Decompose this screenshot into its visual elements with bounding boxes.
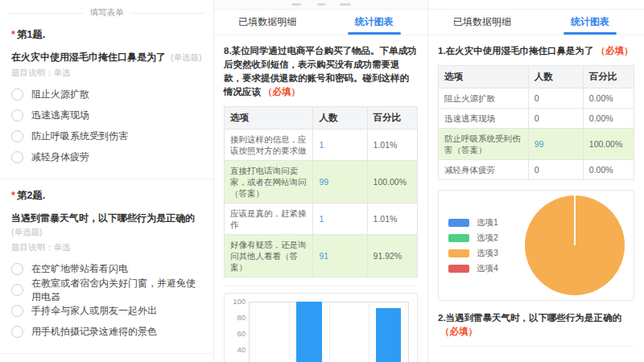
table-row: 好像有疑惑，还是询问其他人看看（答案）9191.92% xyxy=(225,235,418,278)
percent-cell: 91.92% xyxy=(367,235,417,278)
radio-icon[interactable] xyxy=(11,263,23,275)
question-title: 当遇到雷暴天气时，以下哪些行为是正确的 (单选题) xyxy=(11,212,202,239)
radio-icon[interactable] xyxy=(11,305,23,317)
percent-cell: 1.01% xyxy=(367,204,417,235)
radio-icon[interactable] xyxy=(11,284,23,296)
y-tick-label: 60 xyxy=(237,330,246,338)
table-header-cell: 百分比 xyxy=(583,66,634,88)
legend-item[interactable]: 选项1 xyxy=(448,217,519,228)
header-divider-line xyxy=(8,13,84,14)
count-link[interactable]: 99 xyxy=(319,177,328,187)
count-cell: 0 xyxy=(528,109,583,129)
tab-statistics[interactable]: 统计图表 xyxy=(321,10,428,35)
gridline xyxy=(289,302,290,362)
radio-option[interactable]: 迅速逃离现场 xyxy=(11,107,202,124)
tabbar: 已填数据明细 统计图表 xyxy=(428,10,644,35)
question-divider xyxy=(0,179,213,179)
stats-panel-q8: 已填数据明细 统计图表 8.某位同学通过电商平台购买了物品。下单成功后突然收到短… xyxy=(214,0,428,362)
bar-chart-area: 020406080100 xyxy=(229,302,409,362)
radio-option[interactable]: 手持伞与家人或朋友一起外出 xyxy=(11,302,202,319)
tab-statistics[interactable]: 统计图表 xyxy=(536,10,644,35)
question-title-next: 2.当遇到雷暴天气时，以下哪些行为是正确的（必填） xyxy=(438,311,634,339)
table-row: 迅速逃离现场00.00% xyxy=(439,109,634,129)
required-asterisk: * xyxy=(11,29,15,40)
question-title-text: 在火灾中使用湿毛巾掩住口鼻是为了 xyxy=(11,51,166,63)
required-tag: （必填） xyxy=(263,87,300,97)
radio-icon[interactable] xyxy=(11,88,23,101)
form-header-title: 填写表单 xyxy=(90,7,124,19)
count-link[interactable]: 1 xyxy=(319,214,324,224)
legend-item[interactable]: 选项2 xyxy=(448,232,519,244)
radio-option[interactable]: 在教室或者宿舍内关好门窗，并避免使用电器 xyxy=(11,282,202,298)
pie-chart: 选项1选项2选项3选项4 xyxy=(438,190,634,301)
count-link[interactable]: 99 xyxy=(535,139,544,149)
tab-filled-data[interactable]: 已填数据明细 xyxy=(214,10,321,35)
radio-option[interactable]: 用手机拍摄记录这难得的景色 xyxy=(11,323,202,340)
legend-item[interactable]: 选项4 xyxy=(448,263,519,274)
question-list: *第1题.在火灾中使用湿毛巾掩住口鼻是为了 (单选题)题目说明：单选阻止火源扩散… xyxy=(0,28,213,362)
cropped-table-edge xyxy=(438,346,634,347)
question-type-tag: (单选题) xyxy=(11,227,43,237)
question-title: 1.在火灾中使用湿毛巾掩住口鼻是为了（必填） xyxy=(438,44,634,58)
radio-icon[interactable] xyxy=(11,130,23,142)
count-value: 0 xyxy=(535,93,539,103)
legend-label: 选项1 xyxy=(477,217,498,228)
option-label: 迅速逃离现场 xyxy=(31,109,89,122)
count-cell: 0 xyxy=(528,160,583,180)
table-header-row: 选项人数百分比 xyxy=(225,107,418,130)
pie-legend: 选项1选项2选项3选项4 xyxy=(448,217,519,274)
count-link[interactable]: 91 xyxy=(319,251,328,261)
table-row: 应该是真的，赶紧操作11.01% xyxy=(225,204,418,235)
table-header-cell: 人数 xyxy=(528,66,583,88)
tab-filled-data[interactable]: 已填数据明细 xyxy=(428,10,536,35)
tabbar: 已填数据明细 统计图表 xyxy=(214,10,427,35)
radio-option[interactable]: 减轻身体疲劳 xyxy=(11,149,202,166)
percent-cell: 100.00% xyxy=(583,129,634,160)
radio-option[interactable]: 在空旷地带站着看闪电 xyxy=(11,261,202,278)
count-link[interactable]: 1 xyxy=(319,140,324,150)
radio-option[interactable]: 防止呼吸系统受到伤害 xyxy=(11,128,202,145)
question-title-text: 当遇到雷暴天气时，以下哪些行为是正确的 xyxy=(11,212,195,224)
legend-label: 选项2 xyxy=(477,232,498,244)
question-description: 题目说明：单选 xyxy=(11,242,202,253)
bar[interactable] xyxy=(376,308,402,362)
option-cell: 接到这样的信息，应该按照对方的要求做 xyxy=(225,130,313,161)
cropped-glyph xyxy=(317,3,325,6)
question-description: 题目说明：单选 xyxy=(11,68,202,79)
bar[interactable] xyxy=(296,302,322,362)
y-tick-label: 100 xyxy=(233,298,246,306)
header-divider-line xyxy=(130,13,206,14)
count-value: 0 xyxy=(535,113,539,123)
question-number: *第2题. xyxy=(11,189,202,203)
radio-icon[interactable] xyxy=(11,151,23,163)
radio-icon[interactable] xyxy=(11,326,23,338)
percent-cell: 0.00% xyxy=(583,109,634,129)
question-divider xyxy=(0,353,213,354)
cropped-glyph xyxy=(291,3,301,6)
option-cell: 阻止火源扩散 xyxy=(439,88,529,109)
gridline xyxy=(369,302,369,362)
option-label: 在教室或者宿舍内关好门窗，并避免使用电器 xyxy=(31,277,202,304)
table-row: 减轻身体疲劳00.00% xyxy=(439,160,634,180)
question-text: 2.当遇到雷暴天气时，以下哪些行为是正确的 xyxy=(438,313,621,323)
option-cell: 好像有疑惑，还是询问其他人看看（答案） xyxy=(225,235,313,278)
required-tag: （必填） xyxy=(597,46,634,56)
radio-option[interactable]: 阻止火源扩散 xyxy=(11,86,202,103)
table-row: 阻止火源扩散00.00% xyxy=(439,88,634,109)
pie-slice[interactable] xyxy=(525,195,625,295)
legend-item[interactable]: 选项3 xyxy=(448,248,519,259)
stats-table: 选项人数百分比接到这样的信息，应该按照对方的要求做11.01%直接打电话询问卖家… xyxy=(224,106,418,278)
table-header-cell: 选项 xyxy=(439,66,529,88)
radio-icon[interactable] xyxy=(11,109,23,121)
option-cell: 减轻身体疲劳 xyxy=(439,160,529,180)
question-text: 8.某位同学通过电商平台购买了物品。下单成功后突然收到短信，表示购买没有成功需要… xyxy=(224,46,417,97)
option-cell: 防止呼吸系统受到伤害（答案） xyxy=(439,129,529,160)
option-label: 用手机拍摄记录这难得的景色 xyxy=(31,325,157,339)
screen: 填写表单 *第1题.在火灾中使用湿毛巾掩住口鼻是为了 (单选题)题目说明：单选阻… xyxy=(0,0,644,362)
bar-chart: 020406080100选项1选项2选项3选项4 xyxy=(224,293,418,362)
percent-cell: 0.00% xyxy=(583,160,634,180)
stats-table: 选项人数百分比阻止火源扩散00.00%迅速逃离现场00.00%防止呼吸系统受到伤… xyxy=(438,65,634,180)
percent-cell: 0.00% xyxy=(583,88,634,109)
option-cell: 应该是真的，赶紧操作 xyxy=(225,204,313,235)
count-cell: 1 xyxy=(313,204,367,235)
